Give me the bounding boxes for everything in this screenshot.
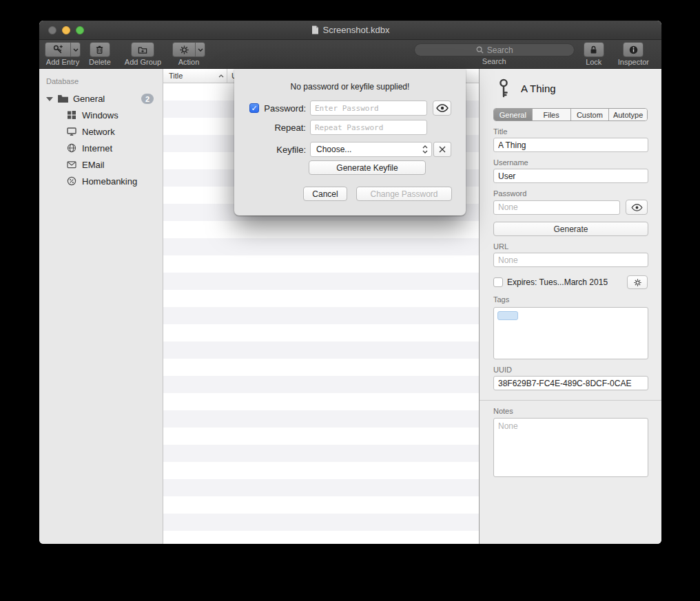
sidebar-item-windows[interactable]: Windows [39, 107, 163, 123]
add-entry-label: Add Entry [46, 58, 79, 66]
add-group-button[interactable] [131, 42, 154, 57]
repeat-label: Repeat: [262, 123, 306, 133]
window-title-area: Screenshot.kdbx [39, 21, 661, 39]
sidebar-group-label: General [73, 94, 105, 104]
enter-password-input[interactable] [310, 101, 427, 116]
window-title: Screenshot.kdbx [323, 25, 390, 35]
search-placeholder: Search [487, 45, 513, 55]
windows-grid-icon [67, 110, 76, 120]
clear-keyfile-button[interactable] [433, 142, 451, 157]
sidebar-item-email[interactable]: EMail [39, 156, 163, 173]
toolbar-item-search: Search Search [414, 42, 575, 65]
app-window: Screenshot.kdbx Add Entry [39, 21, 661, 544]
password-field[interactable] [493, 200, 620, 215]
password-label: Password: [262, 103, 306, 114]
url-field[interactable] [493, 253, 648, 267]
repeat-row: Repeat: [249, 120, 451, 135]
tags-field[interactable] [493, 307, 648, 359]
group-count-badge: 2 [141, 94, 154, 104]
inspector-panel: A Thing General Files Custom Autotype Ti… [479, 69, 661, 544]
lock-button[interactable] [584, 42, 604, 57]
generate-password-button[interactable]: Generate [493, 222, 648, 236]
disclosure-triangle-icon[interactable] [46, 97, 53, 101]
tab-autotype[interactable]: Autotype [609, 109, 647, 120]
expires-settings-button[interactable] [627, 275, 648, 289]
sidebar-item-internet[interactable]: Internet [39, 140, 163, 156]
tag-token[interactable] [497, 311, 518, 320]
password-checkbox[interactable]: ✓ [249, 103, 259, 113]
chevron-down-icon [198, 48, 203, 52]
traffic-lights [39, 26, 84, 34]
add-entry-button[interactable] [45, 42, 70, 57]
action-button[interactable] [172, 42, 195, 57]
envelope-icon [67, 160, 76, 169]
title-field-label: Title [493, 127, 648, 136]
tags-label: Tags [493, 295, 648, 304]
password-field-label: Password [493, 189, 648, 198]
toolbar-item-add-group: Add Group [125, 42, 161, 66]
generate-keyfile-button[interactable]: Generate Keyfile [309, 160, 426, 175]
document-icon [311, 25, 319, 34]
eye-icon [631, 204, 643, 211]
uuid-label: UUID [493, 366, 648, 374]
sidebar-item-label: Internet [82, 143, 112, 154]
cancel-button[interactable]: Cancel [303, 187, 347, 201]
sidebar-group-general[interactable]: General 2 [39, 91, 163, 107]
keyfile-popup[interactable]: Choose... [310, 142, 432, 157]
add-group-label: Add Group [125, 58, 161, 66]
tab-custom[interactable]: Custom [571, 109, 610, 120]
keyfile-row: Keyfile: Choose... [249, 142, 451, 157]
toolbar-item-inspector: Inspector [618, 42, 649, 66]
search-label: Search [482, 57, 506, 65]
delete-label: Delete [89, 58, 111, 66]
minimize-button[interactable] [62, 26, 70, 34]
title-field[interactable] [493, 138, 648, 152]
column-title-label: Title [169, 72, 183, 80]
close-x-icon [438, 145, 446, 154]
action-label: Action [178, 58, 200, 66]
toolbar-item-delete: Delete [89, 42, 111, 66]
trash-icon [94, 45, 105, 55]
sidebar-item-label: Homebanking [82, 176, 137, 187]
gear-icon [179, 45, 189, 55]
keyfile-label: Keyfile: [249, 145, 306, 155]
globe-icon [67, 143, 76, 153]
expires-row: Expires: Tues...March 2015 [493, 275, 648, 289]
search-input[interactable]: Search [414, 43, 575, 56]
sort-ascending-icon [218, 74, 224, 78]
action-dropdown-arrow[interactable] [195, 42, 205, 57]
expires-label: Expires: Tues...March 2015 [507, 277, 608, 287]
close-button[interactable] [48, 26, 56, 34]
expires-checkbox[interactable] [493, 277, 503, 287]
inspector-button[interactable] [623, 42, 644, 57]
notes-field[interactable] [493, 418, 648, 477]
coin-percent-icon [67, 176, 76, 186]
inspector-tabs: General Files Custom Autotype [493, 108, 648, 121]
change-password-button[interactable]: Change Password [356, 187, 452, 201]
reveal-password-button[interactable] [433, 101, 451, 116]
add-entry-dropdown-arrow[interactable] [70, 42, 81, 57]
popup-stepper-icon [422, 145, 428, 154]
titlebar: Screenshot.kdbx [39, 21, 661, 40]
sidebar-item-label: Network [82, 127, 115, 137]
zoom-button[interactable] [76, 26, 84, 34]
chevron-down-icon [73, 48, 79, 52]
gear-icon [633, 278, 642, 287]
inspector-header: A Thing [480, 69, 661, 104]
password-row: ✓ Password: [249, 101, 451, 116]
delete-button[interactable] [90, 42, 110, 57]
username-field[interactable] [493, 169, 648, 183]
uuid-field[interactable] [493, 376, 648, 390]
sidebar-item-network[interactable]: Network [39, 123, 163, 140]
repeat-password-input[interactable] [310, 120, 427, 135]
tab-general[interactable]: General [494, 109, 533, 120]
tab-files[interactable]: Files [533, 109, 571, 120]
search-icon [475, 45, 484, 54]
reveal-password-button[interactable] [626, 200, 648, 215]
toolbar-item-add-entry: Add Entry [45, 42, 81, 66]
column-header-title[interactable]: Title [163, 69, 227, 83]
inspector-label: Inspector [618, 58, 649, 66]
sidebar-item-label: EMail [82, 160, 105, 170]
sidebar-item-homebanking[interactable]: Homebanking [39, 173, 163, 189]
sidebar-item-label: Windows [82, 110, 119, 120]
